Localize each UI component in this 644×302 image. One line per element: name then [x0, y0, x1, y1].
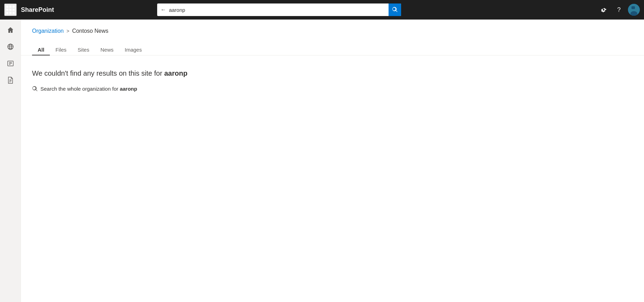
question-icon: ? — [617, 6, 621, 14]
search-small-icon — [32, 86, 38, 92]
no-results-prefix: We couldn't find any results on this sit… — [32, 69, 164, 77]
breadcrumb-separator: > — [67, 28, 69, 34]
sidebar — [0, 20, 21, 302]
search-input[interactable] — [169, 7, 386, 13]
search-back-button[interactable]: ← — [161, 7, 166, 13]
document-icon — [7, 77, 14, 84]
breadcrumb: Organization > Contoso News — [21, 20, 644, 34]
news-icon — [7, 60, 14, 67]
user-avatar[interactable] — [628, 4, 640, 16]
search-icon — [392, 7, 398, 13]
sidebar-item-documents[interactable] — [3, 73, 18, 88]
main-layout: Organization > Contoso News All Files Si… — [0, 20, 644, 302]
breadcrumb-current-site: Contoso News — [72, 28, 108, 34]
waffle-icon — [6, 6, 15, 14]
topbar-right-actions: ? — [597, 3, 640, 16]
org-search-text: Search the whole organization for aaronp — [40, 86, 137, 92]
app-logo: SharePoint — [21, 6, 54, 14]
org-search-link[interactable]: Search the whole organization for aaronp — [32, 86, 633, 92]
sidebar-item-news[interactable] — [3, 56, 18, 71]
no-results-section: We couldn't find any results on this sit… — [21, 55, 644, 106]
search-tabs: All Files Sites News Images — [21, 37, 644, 55]
content-area: Organization > Contoso News All Files Si… — [21, 20, 644, 302]
settings-button[interactable] — [597, 3, 610, 16]
search-box: ← — [157, 3, 401, 16]
tab-all[interactable]: All — [32, 44, 50, 55]
back-arrow-icon: ← — [161, 7, 166, 13]
tab-files[interactable]: Files — [50, 44, 72, 55]
svg-rect-1 — [631, 6, 635, 9]
help-button[interactable]: ? — [613, 3, 625, 16]
tab-sites[interactable]: Sites — [72, 44, 95, 55]
gear-icon — [600, 6, 607, 13]
no-results-message: We couldn't find any results on this sit… — [32, 69, 633, 77]
org-search-prefix: Search the whole organization for — [40, 86, 120, 92]
topbar: SharePoint ← ? — [0, 0, 644, 20]
avatar-image — [628, 4, 640, 16]
search-submit-button[interactable] — [389, 3, 401, 16]
globe-icon — [7, 43, 14, 50]
waffle-button[interactable] — [4, 3, 17, 16]
sidebar-item-sites[interactable] — [3, 39, 18, 54]
sidebar-item-home[interactable] — [3, 22, 18, 38]
home-icon — [7, 27, 14, 33]
breadcrumb-org-link[interactable]: Organization — [32, 28, 64, 34]
tab-news[interactable]: News — [95, 44, 119, 55]
tab-images[interactable]: Images — [119, 44, 147, 55]
no-results-query: aaronp — [164, 69, 187, 77]
org-search-query: aaronp — [120, 86, 137, 92]
